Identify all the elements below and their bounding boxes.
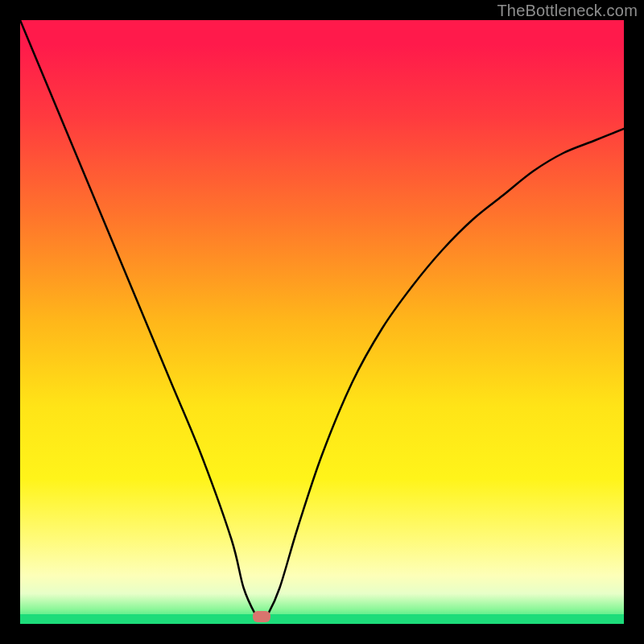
- watermark-text: TheBottleneck.com: [497, 2, 638, 20]
- chart-plot-area: [20, 20, 624, 624]
- optimum-marker: [253, 611, 270, 622]
- curve-path: [20, 20, 624, 621]
- bottleneck-curve: [20, 20, 624, 624]
